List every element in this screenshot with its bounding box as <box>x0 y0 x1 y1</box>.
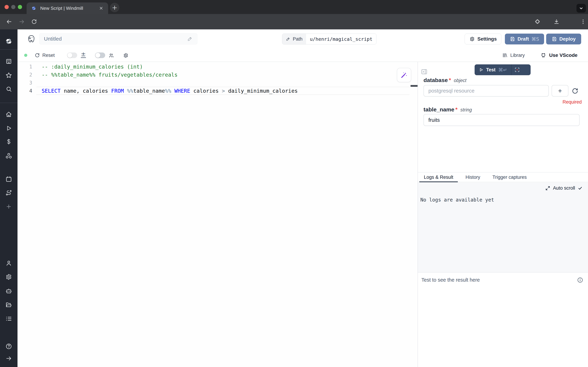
path-label: Path <box>293 36 302 42</box>
script-header: Untitled Path u/henri/magical_script Set… <box>17 29 588 49</box>
help-icon[interactable] <box>5 343 12 350</box>
code-line-4[interactable]: 4SELECT name, calories FROM %%table_name… <box>17 87 418 95</box>
runs-play-icon[interactable] <box>5 125 12 132</box>
code-line-3[interactable]: 3 <box>17 79 418 87</box>
settings-gear-icon[interactable] <box>5 273 12 280</box>
variables-dollar-icon[interactable] <box>5 138 12 145</box>
forward-icon[interactable] <box>18 18 25 25</box>
logs-empty-text: No logs are available yet <box>420 197 494 203</box>
search-icon[interactable] <box>5 86 12 93</box>
app-sidebar <box>0 29 17 367</box>
resources-boxes-icon[interactable] <box>5 152 12 159</box>
auto-scroll-label: Auto scroll <box>553 185 575 191</box>
audit-logs-list-icon[interactable] <box>5 315 12 322</box>
script-summary-value: Untitled <box>44 36 62 42</box>
script-path-button[interactable]: Path u/henri/magical_script <box>282 33 377 44</box>
capture-test-button[interactable] <box>512 64 523 75</box>
magic-wand-icon <box>400 71 408 79</box>
deploy-button[interactable]: Deploy <box>546 33 581 44</box>
tab-search-button[interactable] <box>576 4 586 13</box>
scan-target-icon <box>514 67 520 73</box>
table-name-input[interactable] <box>423 114 580 126</box>
script-summary-input[interactable]: Untitled <box>39 33 197 44</box>
triggers-route-icon[interactable] <box>5 189 12 196</box>
diff-toggle[interactable] <box>67 52 77 58</box>
code-line-2[interactable]: 2-- %%table_name%% fruits/vegetables/cer… <box>17 71 418 79</box>
use-vscode-button[interactable]: Use VScode <box>540 49 578 62</box>
logs-pane: Auto scroll No logs are available yet <box>418 183 588 272</box>
auto-scroll-control[interactable]: Auto scroll <box>545 185 582 191</box>
browser-tab[interactable]: New Script | Windmill <box>27 2 108 14</box>
chevron-down-icon <box>579 6 584 11</box>
traffic-light-minimize[interactable] <box>11 5 15 9</box>
table-name-field-label: table_name* string <box>423 106 472 113</box>
reset-button[interactable]: Reset <box>35 49 55 62</box>
collapse-panel-icon[interactable] <box>421 68 428 75</box>
favorites-star-icon[interactable] <box>5 72 12 79</box>
postgresql-icon <box>27 34 36 44</box>
status-dot <box>24 54 27 57</box>
info-icon[interactable] <box>577 277 583 284</box>
expand-sidebar-arrow-icon[interactable] <box>5 355 12 362</box>
library-button[interactable]: Library <box>502 49 525 62</box>
required-asterisk: * <box>455 106 457 113</box>
traffic-light-close[interactable] <box>5 5 9 9</box>
refresh-resource-icon[interactable] <box>571 87 579 94</box>
workers-robot-icon[interactable] <box>5 287 12 294</box>
create-plus-icon[interactable] <box>5 203 12 210</box>
code-editor[interactable]: 1-- :daily_minimum_calories (int)2-- %%t… <box>17 62 418 367</box>
workspace-icon[interactable] <box>5 58 12 65</box>
windmill-logo[interactable] <box>5 37 13 45</box>
field-name: table_name <box>423 106 454 113</box>
result-placeholder-text: Test to see the result here <box>421 277 480 283</box>
tab-history[interactable]: History <box>461 173 485 182</box>
tab-logs-result[interactable]: Logs & Result <box>419 173 458 182</box>
folders-icon[interactable] <box>5 301 12 308</box>
edit-pencil-icon <box>286 37 290 41</box>
windmill-favicon <box>31 6 36 11</box>
schedules-calendar-icon[interactable] <box>5 176 12 183</box>
back-icon[interactable] <box>6 18 12 25</box>
tab-close-icon[interactable] <box>99 6 104 11</box>
browser-toolbar: app.windmill.dev/scripts/add#JTdCJTIyaGF… <box>0 14 588 29</box>
use-vscode-label: Use VScode <box>549 52 578 58</box>
draft-shortcut: ⌘S <box>531 36 539 42</box>
extensions-icon[interactable] <box>534 19 540 25</box>
multiplayer-toggle[interactable] <box>95 52 105 58</box>
edit-pencil-icon[interactable] <box>187 36 193 42</box>
kebab-menu-icon[interactable] <box>580 18 586 25</box>
required-asterisk: * <box>449 77 451 83</box>
settings-button[interactable]: Settings <box>465 33 501 44</box>
field-type: object <box>454 78 466 83</box>
code-line-1[interactable]: 1-- :daily_minimum_calories (int) <box>17 63 418 71</box>
line-number: 1 <box>17 64 32 70</box>
draft-label: Draft <box>518 36 529 42</box>
downloads-icon[interactable] <box>553 18 560 25</box>
settings-label: Settings <box>477 36 497 42</box>
code-text: -- :daily_minimum_calories (int) <box>42 64 143 70</box>
maximize-icon[interactable] <box>545 186 550 191</box>
line-number: 3 <box>17 80 32 86</box>
draft-button[interactable]: Draft ⌘S <box>505 33 544 44</box>
traffic-light-zoom[interactable] <box>18 5 22 9</box>
home-icon[interactable] <box>5 111 12 118</box>
test-label: Test <box>486 67 496 73</box>
check-icon <box>578 186 582 191</box>
database-resource-input[interactable] <box>423 85 549 97</box>
sidebar-divider <box>0 103 17 103</box>
test-shortcut: ⌘↵ <box>498 67 507 73</box>
user-icon[interactable] <box>5 259 12 267</box>
add-resource-button[interactable]: + <box>552 85 568 97</box>
overview-ruler-cursor <box>411 85 418 87</box>
field-name: database <box>423 77 448 83</box>
github-cat-icon <box>540 52 546 58</box>
save-icon <box>552 36 557 42</box>
reload-icon[interactable] <box>31 19 37 25</box>
editor-settings-gear-icon[interactable] <box>123 53 129 58</box>
test-button[interactable]: Test ⌘↵ <box>475 64 531 75</box>
new-tab-button[interactable]: + <box>110 3 119 12</box>
code-text: -- %%table_name%% fruits/vegetables/cere… <box>42 72 178 78</box>
tab-trigger-captures[interactable]: Trigger captures <box>488 173 531 182</box>
ai-assistant-wand-button[interactable] <box>397 68 411 82</box>
preview-panel: Test ⌘↵ database* object + Required tabl… <box>418 62 588 367</box>
